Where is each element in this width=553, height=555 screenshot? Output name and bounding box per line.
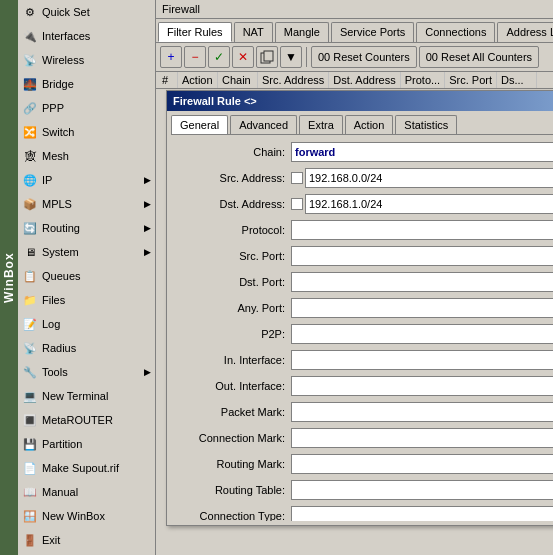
tab-address-lists[interactable]: Address Lists bbox=[497, 22, 553, 42]
src-addr-row: ▲ bbox=[291, 168, 553, 188]
dialog-titlebar: Firewall Rule <> _ □ ✕ bbox=[167, 91, 553, 111]
disable-rule-button[interactable]: ✕ bbox=[232, 46, 254, 68]
dialog-tabs: General Advanced Extra Action Statistics bbox=[171, 115, 553, 135]
routing-table-control: ▼ bbox=[291, 480, 553, 500]
sidebar-item-mesh[interactable]: 🕸 Mesh bbox=[18, 144, 155, 168]
ip-icon: 🌐 bbox=[22, 172, 38, 188]
routing-mark-control: ▼ bbox=[291, 454, 553, 474]
connection-type-row: Connection Type: ▼ bbox=[171, 505, 553, 521]
system-icon: 🖥 bbox=[22, 244, 38, 260]
src-address-checkbox[interactable] bbox=[291, 172, 303, 184]
sidebar-item-files[interactable]: 📁 Files bbox=[18, 288, 155, 312]
tab-filter-rules[interactable]: Filter Rules bbox=[158, 22, 232, 42]
any-port-control: ▼ bbox=[291, 298, 553, 318]
sidebar-item-queues[interactable]: 📋 Queues bbox=[18, 264, 155, 288]
th-proto: Proto... bbox=[401, 72, 445, 88]
toolbar-separator bbox=[306, 47, 307, 67]
src-port-dropdown[interactable]: ▼ bbox=[291, 246, 553, 266]
src-port-control: ▼ bbox=[291, 246, 553, 266]
dialog-tab-statistics[interactable]: Statistics bbox=[395, 115, 457, 134]
in-interface-dropdown[interactable]: ▼ bbox=[291, 350, 553, 370]
dialog-tab-extra[interactable]: Extra bbox=[299, 115, 343, 134]
in-interface-label: In. Interface: bbox=[171, 354, 291, 366]
firewall-rule-dialog: Firewall Rule <> _ □ ✕ General Advanced … bbox=[166, 90, 553, 526]
sidebar-item-tools[interactable]: 🔧 Tools ▶ bbox=[18, 360, 155, 384]
p2p-dropdown[interactable]: ▼ bbox=[291, 324, 553, 344]
reset-counters-toolbar-button[interactable]: 00 Reset Counters bbox=[311, 46, 417, 68]
sidebar-item-log[interactable]: 📝 Log bbox=[18, 312, 155, 336]
dst-address-input[interactable] bbox=[305, 194, 553, 214]
chain-value: forward bbox=[295, 146, 335, 158]
dialog-tab-advanced[interactable]: Advanced bbox=[230, 115, 297, 134]
th-chain: Chain bbox=[218, 72, 258, 88]
copy-rule-button[interactable] bbox=[256, 46, 278, 68]
out-interface-row: Out. Interface: ▼ bbox=[171, 375, 553, 397]
th-src-address: Src. Address bbox=[258, 72, 329, 88]
sidebar-item-wireless[interactable]: 📡 Wireless bbox=[18, 48, 155, 72]
sidebar-item-make-supout[interactable]: 📄 Make Supout.rif bbox=[18, 456, 155, 480]
sidebar-item-partition[interactable]: 💾 Partition bbox=[18, 432, 155, 456]
sidebar-item-radius[interactable]: 📡 Radius bbox=[18, 336, 155, 360]
any-port-dropdown[interactable]: ▼ bbox=[291, 298, 553, 318]
sidebar-label: Manual bbox=[42, 486, 78, 498]
sidebar-item-manual[interactable]: 📖 Manual bbox=[18, 480, 155, 504]
copy-icon bbox=[260, 50, 274, 64]
content-area: Firewall Filter Rules NAT Mangle Service… bbox=[156, 0, 553, 555]
sidebar-item-interfaces[interactable]: 🔌 Interfaces bbox=[18, 24, 155, 48]
dialog-body: General Advanced Extra Action Statistics… bbox=[167, 111, 553, 525]
dialog-tab-general[interactable]: General bbox=[171, 115, 228, 134]
supout-icon: 📄 bbox=[22, 460, 38, 476]
sidebar-item-switch[interactable]: 🔀 Switch bbox=[18, 120, 155, 144]
src-address-input[interactable] bbox=[305, 168, 553, 188]
th-src-port: Src. Port bbox=[445, 72, 497, 88]
sidebar-label: Tools bbox=[42, 366, 68, 378]
sidebar-label: Exit bbox=[42, 534, 60, 546]
tab-connections[interactable]: Connections bbox=[416, 22, 495, 42]
packet-mark-dropdown[interactable]: ▼ bbox=[291, 402, 553, 422]
remove-rule-button[interactable]: − bbox=[184, 46, 206, 68]
tab-nat[interactable]: NAT bbox=[234, 22, 273, 42]
packet-mark-control: ▼ bbox=[291, 402, 553, 422]
tab-mangle[interactable]: Mangle bbox=[275, 22, 329, 42]
dialog-tab-action[interactable]: Action bbox=[345, 115, 394, 134]
out-interface-dropdown[interactable]: ▼ bbox=[291, 376, 553, 396]
new-winbox-icon: 🪟 bbox=[22, 508, 38, 524]
connection-mark-dropdown[interactable]: ▼ bbox=[291, 428, 553, 448]
connection-mark-label: Connection Mark: bbox=[171, 432, 291, 444]
sidebar-item-bridge[interactable]: 🌉 Bridge bbox=[18, 72, 155, 96]
src-address-row: Src. Address: ▲ bbox=[171, 167, 553, 189]
connection-mark-row: Connection Mark: ▼ bbox=[171, 427, 553, 449]
protocol-dropdown[interactable]: ▼ bbox=[291, 220, 553, 240]
packet-mark-row: Packet Mark: ▼ bbox=[171, 401, 553, 423]
filter-button[interactable]: ▼ bbox=[280, 46, 302, 68]
sidebar-item-ip[interactable]: 🌐 IP ▶ bbox=[18, 168, 155, 192]
sidebar-item-metarouter[interactable]: 🔳 MetaROUTER bbox=[18, 408, 155, 432]
dst-address-control: ▲ bbox=[291, 194, 553, 214]
sidebar-item-system[interactable]: 🖥 System ▶ bbox=[18, 240, 155, 264]
dst-addr-row: ▲ bbox=[291, 194, 553, 214]
dst-port-dropdown[interactable]: ▼ bbox=[291, 272, 553, 292]
dst-address-checkbox[interactable] bbox=[291, 198, 303, 210]
sidebar-item-mpls[interactable]: 📦 MPLS ▶ bbox=[18, 192, 155, 216]
src-address-label: Src. Address: bbox=[171, 172, 291, 184]
sidebar-item-ppp[interactable]: 🔗 PPP bbox=[18, 96, 155, 120]
sidebar-item-routing[interactable]: 🔄 Routing ▶ bbox=[18, 216, 155, 240]
sidebar-item-exit[interactable]: 🚪 Exit bbox=[18, 528, 155, 552]
winbox-label: WinBox bbox=[0, 0, 18, 555]
routing-table-dropdown[interactable]: ▼ bbox=[291, 480, 553, 500]
connection-type-dropdown[interactable]: ▼ bbox=[291, 506, 553, 521]
th-number: # bbox=[158, 72, 178, 88]
dst-address-row: Dst. Address: ▲ bbox=[171, 193, 553, 215]
in-interface-control: ▼ bbox=[291, 350, 553, 370]
enable-rule-button[interactable]: ✓ bbox=[208, 46, 230, 68]
sidebar-item-new-winbox[interactable]: 🪟 New WinBox bbox=[18, 504, 155, 528]
tab-service-ports[interactable]: Service Ports bbox=[331, 22, 414, 42]
system-arrow: ▶ bbox=[144, 247, 151, 257]
chain-select[interactable]: forward ▼ bbox=[291, 142, 553, 162]
sidebar-item-new-terminal[interactable]: 💻 New Terminal bbox=[18, 384, 155, 408]
sidebar-label: Partition bbox=[42, 438, 82, 450]
reset-all-counters-toolbar-button[interactable]: 00 Reset All Counters bbox=[419, 46, 539, 68]
sidebar-item-quick-set[interactable]: ⚙ Quick Set bbox=[18, 0, 155, 24]
add-rule-button[interactable]: + bbox=[160, 46, 182, 68]
routing-mark-dropdown[interactable]: ▼ bbox=[291, 454, 553, 474]
